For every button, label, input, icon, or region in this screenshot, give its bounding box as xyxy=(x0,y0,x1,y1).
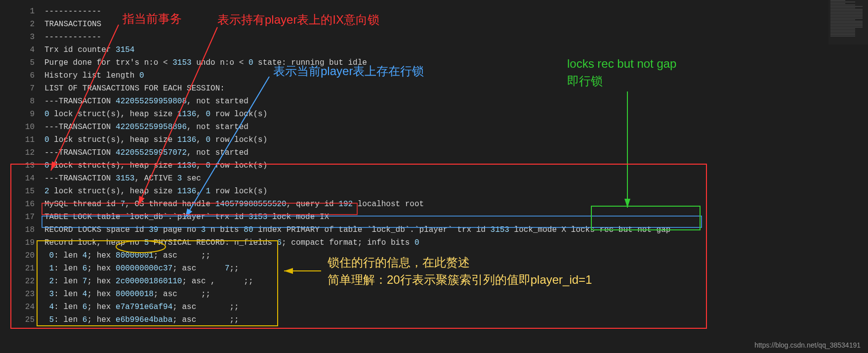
line-number: 9 xyxy=(0,108,44,121)
code-line[interactable]: 19Record lock, heap no 5 PHYSICAL RECORD… xyxy=(0,236,868,249)
code-content: 5: len 6; hex e6b996e4baba; asc ;; xyxy=(44,313,868,326)
minimap[interactable] xyxy=(828,0,868,44)
line-number: 12 xyxy=(0,146,44,159)
code-editor: 1------------2TRANSACTIONS3------------4… xyxy=(0,0,868,326)
code-line[interactable]: 24 4: len 6; hex e7a791e6af94; asc ;; xyxy=(0,301,868,313)
code-content: 1: len 6; hex 000000000c37; asc 7;; xyxy=(44,262,868,275)
line-number: 11 xyxy=(0,133,44,146)
code-line[interactable]: 25 5: len 6; hex e6b996e4baba; asc ;; xyxy=(0,313,868,326)
code-content: MySQL thread id 7, OS thread handle 1405… xyxy=(44,198,868,211)
code-content: 3: len 4; hex 80000018; asc ;; xyxy=(44,288,868,301)
line-number: 25 xyxy=(0,313,44,326)
line-number: 16 xyxy=(0,198,44,211)
code-line[interactable]: 14---TRANSACTION 3153, ACTIVE 3 sec xyxy=(0,172,868,185)
code-line[interactable]: 18RECORD LOCKS space id 39 page no 3 n b… xyxy=(0,223,868,236)
line-number: 3 xyxy=(0,31,44,44)
code-line[interactable]: 12---TRANSACTION 422055259957072, not st… xyxy=(0,146,868,159)
line-number: 19 xyxy=(0,236,44,249)
code-line[interactable]: 5Purge done for trx's n:o < 3153 undo n:… xyxy=(0,56,868,69)
code-content: Trx id counter 3154 xyxy=(44,44,868,56)
line-number: 24 xyxy=(0,301,44,313)
code-content: TRANSACTIONS xyxy=(44,18,868,31)
line-number: 1 xyxy=(0,5,44,18)
code-line[interactable]: 16MySQL thread id 7, OS thread handle 14… xyxy=(0,198,868,211)
code-line[interactable]: 22 2: len 7; hex 2c000001860110; asc , ;… xyxy=(0,275,868,288)
code-line[interactable]: 3------------ xyxy=(0,31,868,44)
code-line[interactable]: 7LIST OF TRANSACTIONS FOR EACH SESSION: xyxy=(0,82,868,95)
line-number: 18 xyxy=(0,223,44,236)
line-number: 20 xyxy=(0,249,44,262)
line-number: 13 xyxy=(0,159,44,172)
code-content: ------------ xyxy=(44,5,868,18)
code-line[interactable]: 23 3: len 4; hex 80000018; asc ;; xyxy=(0,288,868,301)
code-content: 0 lock struct(s), heap size 1136, 0 row … xyxy=(44,133,868,146)
code-line[interactable]: 4Trx id counter 3154 xyxy=(0,44,868,56)
line-number: 2 xyxy=(0,18,44,31)
code-line[interactable]: 152 lock struct(s), heap size 1136, 1 ro… xyxy=(0,185,868,198)
line-number: 15 xyxy=(0,185,44,198)
code-content: RECORD LOCKS space id 39 page no 3 n bit… xyxy=(44,223,868,236)
line-number: 14 xyxy=(0,172,44,185)
code-content: 4: len 6; hex e7a791e6af94; asc ;; xyxy=(44,301,868,313)
line-number: 17 xyxy=(0,211,44,223)
code-line[interactable]: 110 lock struct(s), heap size 1136, 0 ro… xyxy=(0,133,868,146)
code-content: 2: len 7; hex 2c000001860110; asc , ;; xyxy=(44,275,868,288)
line-number: 8 xyxy=(0,95,44,108)
code-line[interactable]: 8---TRANSACTION 422055259959808, not sta… xyxy=(0,95,868,108)
code-line[interactable]: 20 0: len 4; hex 80000001; asc ;; xyxy=(0,249,868,262)
watermark: https://blog.csdn.net/qq_38534191 xyxy=(754,341,861,349)
line-number: 22 xyxy=(0,275,44,288)
line-number: 7 xyxy=(0,82,44,95)
line-number: 5 xyxy=(0,56,44,69)
code-content: Purge done for trx's n:o < 3153 undo n:o… xyxy=(44,56,868,69)
code-content: 2 lock struct(s), heap size 1136, 1 row … xyxy=(44,185,868,198)
code-content: ---TRANSACTION 422055259959808, not star… xyxy=(44,95,868,108)
code-content: 0 lock struct(s), heap size 1136, 0 row … xyxy=(44,159,868,172)
line-number: 6 xyxy=(0,69,44,82)
code-line[interactable]: 6History list length 0 xyxy=(0,69,868,82)
code-line[interactable]: 17TABLE LOCK table `lock_db`.`player` tr… xyxy=(0,211,868,223)
code-line[interactable]: 90 lock struct(s), heap size 1136, 0 row… xyxy=(0,108,868,121)
code-content: Record lock, heap no 5 PHYSICAL RECORD: … xyxy=(44,236,868,249)
code-content: ---TRANSACTION 3153, ACTIVE 3 sec xyxy=(44,172,868,185)
code-content: 0: len 4; hex 80000001; asc ;; xyxy=(44,249,868,262)
line-number: 21 xyxy=(0,262,44,275)
code-line[interactable]: 130 lock struct(s), heap size 1136, 0 ro… xyxy=(0,159,868,172)
code-content: History list length 0 xyxy=(44,69,868,82)
code-content: LIST OF TRANSACTIONS FOR EACH SESSION: xyxy=(44,82,868,95)
code-content: ---TRANSACTION 422055259957072, not star… xyxy=(44,146,868,159)
code-line[interactable]: 21 1: len 6; hex 000000000c37; asc 7;; xyxy=(0,262,868,275)
code-content: TABLE LOCK table `lock_db`.`player` trx … xyxy=(44,211,868,223)
line-number: 23 xyxy=(0,288,44,301)
code-line[interactable]: 2TRANSACTIONS xyxy=(0,18,868,31)
line-number: 4 xyxy=(0,44,44,56)
code-content: ---TRANSACTION 422055259958896, not star… xyxy=(44,121,868,133)
code-content: ------------ xyxy=(44,31,868,44)
code-line[interactable]: 10---TRANSACTION 422055259958896, not st… xyxy=(0,121,868,133)
code-content: 0 lock struct(s), heap size 1136, 0 row … xyxy=(44,108,868,121)
line-number: 10 xyxy=(0,121,44,133)
code-line[interactable]: 1------------ xyxy=(0,5,868,18)
